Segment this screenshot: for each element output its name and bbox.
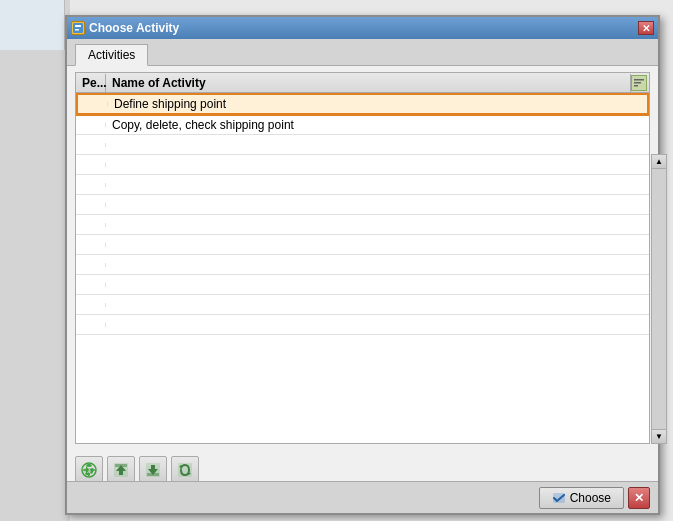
svg-rect-0 (73, 23, 83, 33)
svg-rect-5 (634, 85, 638, 87)
table-cell-pe (76, 263, 106, 267)
sap-toolbar (0, 0, 65, 50)
table-cell-pe (76, 183, 106, 187)
refresh-icon-button[interactable] (171, 456, 199, 484)
choose-button[interactable]: Choose (539, 487, 624, 509)
table-cell-pe (76, 283, 106, 287)
table-scrollbar: ▲ ▼ (651, 154, 667, 444)
dialog-content: Pe... Name of Activity Define shipping p… (67, 66, 658, 450)
choose-activity-dialog: Choose Activity ✕ Activities Pe... Name … (65, 15, 660, 515)
table-row[interactable] (76, 195, 649, 215)
choose-button-label: Choose (570, 491, 611, 505)
table-row[interactable] (76, 175, 649, 195)
scroll-track (652, 169, 666, 429)
svg-rect-1 (75, 25, 81, 27)
table-cell-pe (76, 163, 106, 167)
table-row[interactable] (76, 295, 649, 315)
table-row[interactable]: Define shipping point (76, 93, 649, 115)
table-cell-pe (76, 223, 106, 227)
dialog-titlebar: Choose Activity ✕ (67, 17, 658, 39)
table-cell-name (106, 203, 649, 207)
table-body: Define shipping point Copy, delete, chec… (76, 93, 649, 443)
scroll-down-button[interactable]: ▼ (652, 429, 666, 443)
sap-sidebar (0, 0, 70, 521)
dialog-title-left: Choose Activity (71, 21, 179, 35)
table-cell-name (106, 323, 649, 327)
activity-table: Pe... Name of Activity Define shipping p… (75, 72, 650, 444)
move-up-icon-button[interactable] (107, 456, 135, 484)
table-row[interactable] (76, 255, 649, 275)
table-row[interactable] (76, 235, 649, 255)
table-cell-pe (76, 303, 106, 307)
table-row[interactable]: Copy, delete, check shipping point (76, 115, 649, 135)
table-row[interactable] (76, 275, 649, 295)
svg-rect-2 (75, 29, 79, 31)
table-cell-name (106, 223, 649, 227)
table-cell-pe (76, 123, 106, 127)
table-row[interactable] (76, 315, 649, 335)
dialog-icon (71, 21, 85, 35)
table-cell-pe (76, 143, 106, 147)
table-cell-name (106, 283, 649, 287)
table-cell-name: Define shipping point (108, 95, 647, 113)
move-down-icon-button[interactable] (139, 456, 167, 484)
icon-toolbar (75, 456, 650, 484)
table-row[interactable] (76, 155, 649, 175)
table-cell-name (106, 263, 649, 267)
table-cell-pe (76, 323, 106, 327)
dialog-buttons: Choose ✕ (67, 481, 658, 513)
svg-rect-4 (634, 82, 641, 84)
table-cell-pe (78, 102, 108, 106)
col-header-pe: Pe... (76, 74, 106, 92)
table-cell-name (106, 183, 649, 187)
display-icon-button[interactable] (75, 456, 103, 484)
sort-icon[interactable] (631, 75, 647, 91)
svg-rect-3 (634, 79, 644, 81)
table-cell-name (106, 303, 649, 307)
table-cell-pe (76, 203, 106, 207)
dialog-title-text: Choose Activity (89, 21, 179, 35)
col-header-name: Name of Activity (106, 74, 631, 92)
tab-activities[interactable]: Activities (75, 44, 148, 66)
choose-icon (552, 492, 566, 504)
tab-strip: Activities (67, 39, 658, 66)
table-header: Pe... Name of Activity (76, 73, 649, 93)
table-cell-name (106, 143, 649, 147)
table-cell-name (106, 243, 649, 247)
table-cell-pe (76, 243, 106, 247)
table-row[interactable] (76, 135, 649, 155)
scroll-up-button[interactable]: ▲ (652, 155, 666, 169)
dialog-close-button[interactable]: ✕ (638, 21, 654, 35)
table-cell-name: Copy, delete, check shipping point (106, 116, 649, 134)
table-cell-name (106, 163, 649, 167)
table-row[interactable] (76, 215, 649, 235)
cancel-button[interactable]: ✕ (628, 487, 650, 509)
